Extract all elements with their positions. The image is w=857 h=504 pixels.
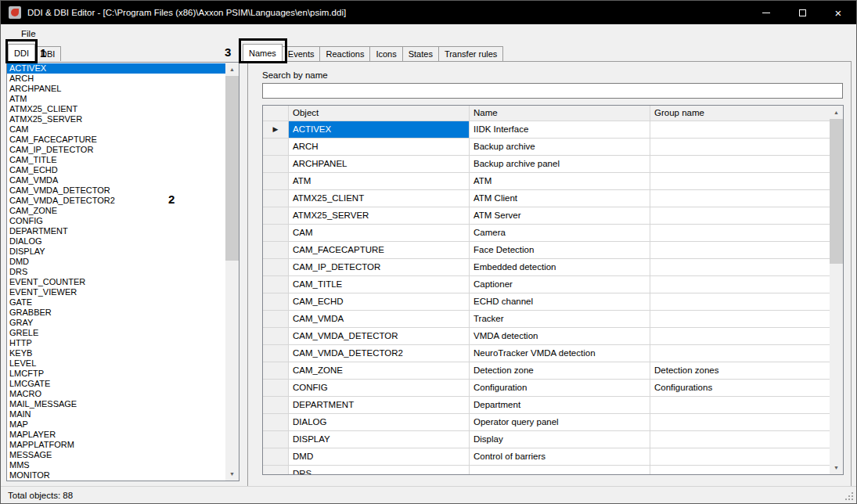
table-row[interactable]: DEPARTMENTDepartment — [263, 397, 830, 414]
cell[interactable]: DIALOG — [289, 414, 470, 431]
row-selector[interactable] — [263, 397, 289, 414]
list-item[interactable]: CAM_ZONE — [7, 206, 225, 216]
row-selector[interactable] — [263, 448, 289, 466]
minimize-button[interactable] — [748, 1, 784, 24]
cell[interactable]: Embedded detection — [470, 259, 650, 276]
list-item[interactable]: ARCH — [7, 74, 225, 84]
row-selector[interactable] — [263, 242, 289, 259]
cell[interactable] — [650, 242, 830, 259]
maximize-button[interactable] — [784, 1, 820, 24]
table-row[interactable]: ARCHPANELBackup archive panel — [263, 156, 830, 173]
cell[interactable]: Detection zones — [650, 362, 830, 380]
list-item[interactable]: CAM_ECHD — [7, 165, 225, 175]
row-selector[interactable] — [263, 207, 289, 225]
table-row[interactable]: DMDControl of barriers — [263, 448, 830, 466]
table-row[interactable]: CAM_FACECAPTUREFace Detection — [263, 242, 830, 259]
column-header-object[interactable]: Object — [289, 106, 470, 121]
list-item[interactable]: CAM_TITLE — [7, 155, 225, 165]
tab-ddi[interactable]: DDI — [8, 44, 35, 61]
cell[interactable]: CAM_VMDA — [289, 311, 470, 328]
cell[interactable] — [650, 259, 830, 276]
cell[interactable] — [650, 207, 830, 225]
list-item[interactable]: DIALOG — [7, 236, 225, 247]
list-item[interactable]: GRELE — [7, 328, 225, 338]
table-row[interactable]: CAMCamera — [263, 225, 830, 242]
cell[interactable]: Department — [470, 397, 650, 414]
cell[interactable]: Display — [470, 431, 650, 448]
cell[interactable]: CAM — [289, 225, 470, 242]
cell[interactable]: CAM_ZONE — [289, 362, 470, 380]
table-row[interactable]: ▶ACTIVEXIIDK Interface — [263, 121, 830, 139]
cell[interactable]: DEPARTMENT — [289, 397, 470, 414]
row-selector[interactable] — [263, 225, 289, 242]
cell[interactable]: Operator query panel — [470, 414, 650, 431]
row-selector[interactable] — [263, 259, 289, 276]
list-item[interactable]: CAM_VMDA_DETECTOR2 — [7, 196, 225, 206]
list-item[interactable]: ATMX25_SERVER — [7, 114, 225, 124]
table-row[interactable]: CAM_ECHDECHD channel — [263, 293, 830, 311]
scroll-up-arrow-icon[interactable]: ▲ — [830, 106, 843, 119]
cell[interactable] — [650, 225, 830, 242]
cell[interactable]: ATMX25_SERVER — [289, 207, 470, 225]
list-item[interactable]: ATM — [7, 94, 225, 104]
cell[interactable]: ATM Server — [470, 207, 650, 225]
cell[interactable] — [650, 121, 830, 139]
table-row[interactable]: CAM_TITLECaptioner — [263, 276, 830, 293]
cell[interactable]: ACTIVEX — [289, 121, 470, 139]
list-item[interactable]: MAIN — [7, 409, 225, 419]
list-item[interactable]: CONFIG — [7, 216, 225, 226]
scroll-up-arrow-icon[interactable]: ▲ — [225, 63, 239, 76]
cell[interactable]: DMD — [289, 448, 470, 466]
table-row[interactable]: ATMX25_SERVERATM Server — [263, 207, 830, 225]
cell[interactable]: ECHD channel — [470, 293, 650, 311]
table-row[interactable]: DIALOGOperator query panel — [263, 414, 830, 431]
resize-grip[interactable] — [852, 499, 853, 500]
list-item[interactable]: DEPARTMENT — [7, 226, 225, 236]
cell[interactable] — [470, 466, 650, 474]
list-item[interactable]: MMS — [7, 460, 225, 470]
cell[interactable]: Configurations — [650, 380, 830, 397]
tab-events[interactable]: Events — [282, 46, 321, 61]
cell[interactable] — [650, 173, 830, 190]
tab-states[interactable]: States — [402, 46, 439, 61]
scroll-down-arrow-icon[interactable]: ▼ — [830, 461, 843, 474]
tab-names[interactable]: Names — [243, 44, 283, 61]
row-selector[interactable] — [263, 156, 289, 173]
tab-transfer-rules[interactable]: Transfer rules — [438, 46, 503, 61]
cell[interactable]: DRS — [289, 466, 470, 474]
list-item[interactable]: DISPLAY — [7, 247, 225, 257]
list-item[interactable]: CAM_VMDA — [7, 175, 225, 185]
list-item[interactable]: MAPLAYER — [7, 430, 225, 440]
cell[interactable]: Captioner — [470, 276, 650, 293]
cell[interactable]: CAM_VMDA_DETECTOR — [289, 328, 470, 345]
list-item[interactable]: EVENT_COUNTER — [7, 277, 225, 287]
table-row[interactable]: CAM_VMDA_DETECTOR2NeuroTracker VMDA dete… — [263, 345, 830, 362]
list-item[interactable]: CAM_IP_DETECTOR — [7, 145, 225, 155]
cell[interactable]: ARCH — [289, 139, 470, 156]
cell[interactable] — [650, 139, 830, 156]
row-selector[interactable] — [263, 328, 289, 345]
table-row[interactable]: ARCHBackup archive — [263, 139, 830, 156]
column-header-name[interactable]: Name — [470, 106, 650, 121]
cell[interactable]: DISPLAY — [289, 431, 470, 448]
cell[interactable]: CAM_VMDA_DETECTOR2 — [289, 345, 470, 362]
list-item[interactable]: LEVEL — [7, 358, 225, 369]
close-button[interactable]: × — [820, 1, 856, 24]
list-item[interactable]: MAP — [7, 419, 225, 430]
table-row[interactable]: CONFIGConfigurationConfigurations — [263, 380, 830, 397]
row-selector[interactable] — [263, 190, 289, 207]
menu-file[interactable]: File — [15, 27, 42, 41]
cell[interactable]: Detection zone — [470, 362, 650, 380]
row-selector[interactable] — [263, 311, 289, 328]
cell[interactable]: CAM_TITLE — [289, 276, 470, 293]
cell[interactable]: ATMX25_CLIENT — [289, 190, 470, 207]
table-row[interactable]: ATMATM — [263, 173, 830, 190]
row-selector[interactable]: ▶ — [263, 121, 289, 139]
row-selector[interactable] — [263, 276, 289, 293]
scroll-thumb[interactable] — [830, 119, 843, 264]
table-row[interactable]: CAM_VMDATracker — [263, 311, 830, 328]
list-item[interactable]: CAM — [7, 124, 225, 135]
cell[interactable]: ATM — [289, 173, 470, 190]
row-selector[interactable] — [263, 173, 289, 190]
cell[interactable] — [650, 431, 830, 448]
